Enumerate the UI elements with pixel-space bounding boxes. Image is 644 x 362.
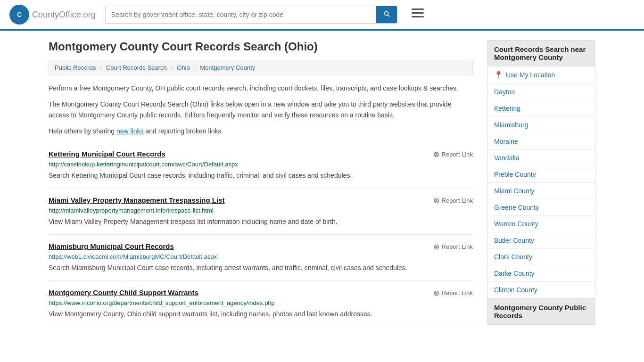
logo[interactable]: C CountyOffice.org	[9, 5, 96, 25]
result-desc-1: Search Kettering Municipal Court case re…	[49, 171, 473, 181]
sidebar-item-use-my-location[interactable]: 📍 Use My Location	[487, 66, 595, 84]
sidebar-item-warren-county[interactable]: Warren County	[487, 216, 595, 232]
sidebar-item-vandalia[interactable]: Vandalia	[487, 150, 595, 166]
breadcrumb-ohio[interactable]: Ohio	[177, 64, 190, 71]
report-link-3[interactable]: ⊗ Report Link	[433, 242, 473, 251]
description-2: The Montgomery County Court Records Sear…	[49, 99, 473, 120]
content-area: Montgomery County Court Records Search (…	[49, 40, 473, 327]
use-my-location-link[interactable]: Use My Location	[506, 71, 555, 79]
report-link-4[interactable]: ⊗ Report Link	[433, 288, 473, 297]
sidebar-item-clark-county[interactable]: Clark County	[487, 249, 595, 265]
result-card-4: Montgomery County Child Support Warrants…	[49, 281, 473, 327]
main-container: Montgomery County Court Records Search (…	[39, 31, 605, 337]
sidebar-item-dayton[interactable]: Dayton	[487, 84, 595, 100]
svg-rect-2	[412, 8, 424, 10]
result-title-1[interactable]: Kettering Municipal Court Records	[49, 150, 165, 158]
result-title-4[interactable]: Montgomery County Child Support Warrants	[49, 288, 198, 296]
logo-icon: C	[9, 5, 29, 25]
result-url-4[interactable]: https://www.mcohio.org/departments/child…	[49, 299, 473, 306]
report-link-2[interactable]: ⊗ Report Link	[433, 196, 473, 205]
breadcrumb-public-records[interactable]: Public Records	[55, 64, 96, 71]
svg-rect-3	[412, 12, 424, 14]
description-1: Perform a free Montgomery County, OH pub…	[49, 83, 473, 93]
report-icon-4: ⊗	[433, 288, 439, 297]
sidebar-public-records-header: Montgomery County Public Records	[487, 298, 595, 325]
svg-text:C: C	[17, 11, 22, 18]
report-link-1[interactable]: ⊗ Report Link	[433, 150, 473, 159]
sidebar-item-butler-county[interactable]: Butler County	[487, 232, 595, 249]
result-title-3[interactable]: Miamisburg Municipal Court Records	[49, 242, 174, 250]
result-card-3: Miamisburg Municipal Court Records ⊗ Rep…	[49, 235, 473, 281]
sidebar-item-kettering[interactable]: Kettering	[487, 100, 595, 117]
search-button[interactable]	[376, 6, 397, 23]
result-url-1[interactable]: http://caselookup.ketteringmunicipalcour…	[49, 161, 473, 168]
search-input[interactable]	[106, 6, 376, 23]
sidebar-item-preble-county[interactable]: Preble County	[487, 166, 595, 183]
breadcrumb-montgomery[interactable]: Montgomery County	[200, 64, 255, 71]
sidebar-item-darke-county[interactable]: Darke County	[487, 265, 595, 282]
result-card-2: Miami Valley Property Management Trespas…	[49, 189, 473, 235]
result-card-1: Kettering Municipal Court Records ⊗ Repo…	[49, 142, 473, 189]
sidebar-item-miamisburg[interactable]: Miamisburg	[487, 117, 595, 133]
result-url-3[interactable]: https://web1.civicacmi.com/MiamisburgMC/…	[49, 253, 473, 260]
location-pin-icon: 📍	[494, 71, 503, 79]
sidebar-item-moraine[interactable]: Moraine	[487, 133, 595, 150]
report-icon-3: ⊗	[433, 242, 439, 251]
page-title: Montgomery County Court Records Search (…	[49, 40, 473, 53]
sidebar-nearby-header: Court Records Search near Montgomery Cou…	[487, 41, 595, 66]
description-3: Help others by sharing new links and rep…	[49, 126, 473, 136]
sidebar-box: Court Records Search near Montgomery Cou…	[487, 40, 595, 325]
result-desc-2: View Miami Valley Property Management tr…	[49, 217, 473, 227]
breadcrumb: Public Records › Court Records Search › …	[49, 60, 473, 75]
new-links-link[interactable]: new links	[116, 127, 144, 135]
svg-rect-4	[412, 16, 424, 17]
report-icon-2: ⊗	[433, 196, 439, 205]
result-desc-3: Search Miamisburg Municipal Court case r…	[49, 263, 473, 273]
result-title-2[interactable]: Miami Valley Property Management Trespas…	[49, 196, 224, 204]
result-desc-4: View Montgomery County, Ohio child suppo…	[49, 309, 473, 319]
search-bar	[105, 6, 397, 24]
sidebar: Court Records Search near Montgomery Cou…	[487, 40, 595, 327]
result-url-2[interactable]: http://miamivalleypropertymanagement.inf…	[49, 207, 473, 214]
site-header: C CountyOffice.org	[0, 0, 644, 31]
breadcrumb-court-records[interactable]: Court Records Search	[106, 64, 167, 71]
report-icon-1: ⊗	[433, 150, 439, 159]
sidebar-item-miami-county[interactable]: Miami County	[487, 183, 595, 199]
sidebar-item-greene-county[interactable]: Greene County	[487, 199, 595, 216]
logo-text: CountyOffice.org	[32, 10, 96, 20]
sidebar-item-clinton-county[interactable]: Clinton County	[487, 282, 595, 298]
menu-icon[interactable]	[412, 8, 424, 21]
